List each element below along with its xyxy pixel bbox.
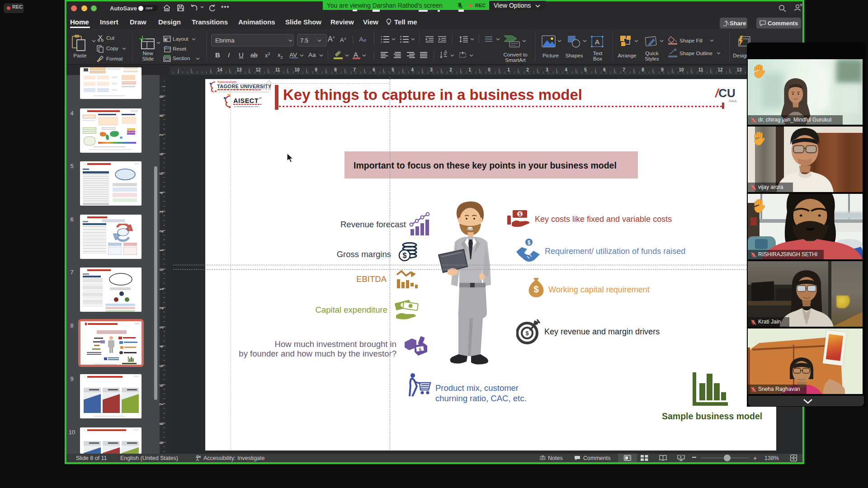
svg-text:$: $ xyxy=(528,239,531,246)
svg-text:$: $ xyxy=(533,284,538,294)
svg-text:A: A xyxy=(595,38,599,46)
svg-text:$: $ xyxy=(403,252,407,259)
svg-text:$: $ xyxy=(519,212,521,217)
svg-text:$: $ xyxy=(525,330,529,337)
